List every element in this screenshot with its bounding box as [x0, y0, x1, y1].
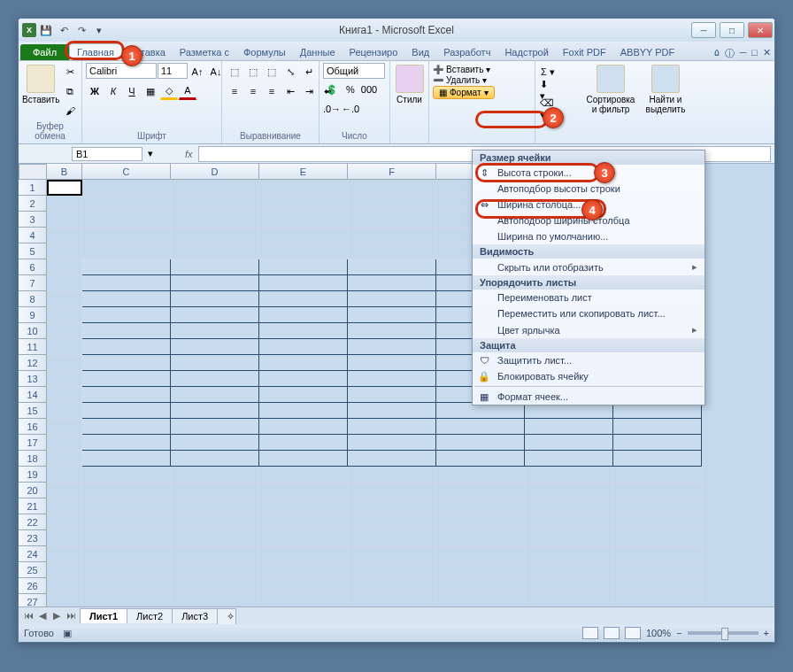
dd-tab-color[interactable]: Цвет ярлычка▸ [473, 321, 704, 338]
row-header[interactable]: 8 [19, 291, 47, 307]
tab-home[interactable]: Главная [69, 43, 122, 60]
row-header[interactable]: 23 [19, 530, 47, 546]
fx-icon[interactable]: fx [180, 149, 198, 159]
cell[interactable] [348, 339, 436, 355]
minimize-button[interactable]: ─ [691, 22, 716, 38]
cell[interactable] [613, 594, 702, 606]
help-icon[interactable]: ⓘ [725, 47, 735, 60]
col-header[interactable]: D [171, 164, 259, 180]
row-header[interactable]: 26 [19, 578, 47, 594]
fill-icon[interactable]: ⬇ ▾ [539, 81, 557, 99]
cell[interactable] [82, 323, 171, 339]
cell[interactable] [82, 578, 171, 594]
cells-format-button[interactable]: ▦Формат ▾ [433, 86, 495, 99]
cell[interactable] [171, 435, 259, 451]
dd-protect-sheet[interactable]: 🛡Защитить лист... [473, 352, 704, 368]
tab-developer[interactable]: Разработч [436, 44, 497, 60]
cell[interactable] [436, 530, 525, 546]
align-right-icon[interactable]: ≡ [263, 82, 281, 100]
copy-icon[interactable]: ⧉ [61, 82, 79, 100]
cell[interactable] [348, 228, 436, 243]
cell[interactable] [436, 546, 525, 562]
fill-color-icon[interactable]: ◇ [160, 82, 178, 100]
cell[interactable] [259, 291, 348, 307]
cell[interactable] [47, 594, 82, 606]
font-size-combo[interactable]: 11 [158, 63, 188, 79]
cell[interactable] [47, 562, 82, 578]
increase-decimal-icon[interactable]: .0→ [323, 100, 341, 118]
cell[interactable] [525, 435, 613, 451]
cell[interactable] [348, 275, 436, 291]
cell[interactable] [47, 339, 82, 355]
cell[interactable] [82, 259, 171, 275]
cell[interactable] [47, 403, 82, 419]
sheet-tab[interactable]: Лист3 [172, 608, 218, 623]
dd-default-width[interactable]: Ширина по умолчанию... [473, 228, 704, 244]
orientation-icon[interactable]: ⤡ [281, 63, 299, 81]
sheet-nav-prev-icon[interactable]: ◀ [36, 610, 49, 622]
cell[interactable] [171, 498, 259, 514]
wrap-text-icon[interactable]: ↵ [300, 63, 318, 81]
cell[interactable] [259, 228, 348, 243]
italic-icon[interactable]: К [104, 82, 122, 100]
cells-delete-button[interactable]: ➖Удалить ▾ [433, 75, 487, 85]
cell[interactable] [259, 355, 348, 371]
cell[interactable] [82, 307, 171, 323]
row-header[interactable]: 10 [19, 323, 47, 339]
decrease-decimal-icon[interactable]: ←.0 [342, 100, 359, 118]
cell[interactable] [47, 451, 82, 467]
row-header[interactable]: 25 [19, 562, 47, 578]
new-sheet-button[interactable]: ✧ [217, 608, 236, 624]
cell[interactable] [348, 212, 436, 228]
row-header[interactable]: 13 [19, 371, 47, 387]
tab-addins[interactable]: Надстрой [497, 44, 555, 60]
minimize-ribbon-icon[interactable]: ۵ [714, 47, 720, 60]
cell[interactable] [348, 467, 436, 483]
row-header[interactable]: 22 [19, 514, 47, 530]
cell[interactable] [525, 498, 613, 514]
view-pagebreak-icon[interactable] [625, 627, 641, 639]
cell[interactable] [613, 498, 702, 514]
doc-restore-icon[interactable]: □ [751, 47, 758, 60]
cell[interactable] [82, 403, 171, 419]
row-header[interactable]: 18 [19, 451, 47, 467]
dd-row-height[interactable]: ⇕Высота строки... [473, 165, 704, 181]
sort-filter-button[interactable]: Сортировка и фильтр [583, 63, 638, 114]
cell[interactable] [82, 514, 171, 530]
cell[interactable] [259, 339, 348, 355]
row-header[interactable]: 1 [19, 180, 47, 196]
cell[interactable] [47, 291, 82, 307]
col-header[interactable]: C [82, 164, 171, 180]
cell[interactable] [47, 419, 82, 435]
row-header[interactable]: 12 [19, 355, 47, 371]
cell[interactable] [525, 514, 613, 530]
tab-abbyy[interactable]: ABBYY PDF [613, 44, 682, 60]
cell[interactable] [171, 419, 259, 435]
view-normal-icon[interactable] [582, 627, 598, 639]
doc-close-icon[interactable]: ✕ [763, 47, 771, 60]
cell[interactable] [47, 307, 82, 323]
col-header[interactable]: F [348, 164, 436, 180]
cell[interactable] [348, 514, 436, 530]
cell[interactable] [525, 467, 613, 483]
font-name-combo[interactable]: Calibri [86, 63, 157, 79]
cell[interactable] [436, 467, 525, 483]
cell[interactable] [47, 578, 82, 594]
cell[interactable] [436, 562, 525, 578]
row-header[interactable]: 5 [19, 243, 47, 259]
cell[interactable] [259, 323, 348, 339]
align-center-icon[interactable]: ≡ [244, 82, 262, 100]
cell[interactable] [171, 228, 259, 243]
cell[interactable] [82, 339, 171, 355]
name-box[interactable]: B1 [72, 147, 142, 161]
cell[interactable] [82, 530, 171, 546]
cell[interactable] [259, 562, 348, 578]
cell[interactable] [259, 403, 348, 419]
cell[interactable] [47, 387, 82, 403]
sheet-tab[interactable]: Лист2 [127, 608, 173, 623]
font-color-icon[interactable]: A [179, 82, 196, 100]
cell[interactable] [171, 339, 259, 355]
cell[interactable] [525, 451, 613, 467]
cell[interactable] [348, 530, 436, 546]
autosum-icon[interactable]: Σ ▾ [539, 63, 557, 81]
